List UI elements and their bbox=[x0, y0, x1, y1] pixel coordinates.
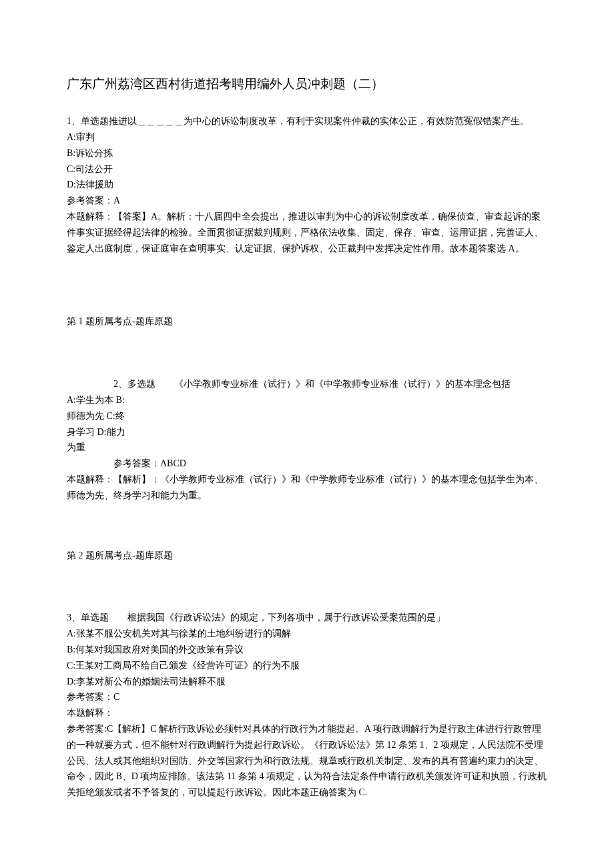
q1-option-d: D:法律援助 bbox=[67, 177, 547, 193]
q3-option-a: A:张某不服公安机关对其与徐某的土地纠纷进行的调解 bbox=[67, 626, 547, 642]
q2-option-c: 身学习 D:能力 bbox=[67, 424, 547, 440]
q3-explanation-label: 本题解释： bbox=[67, 705, 547, 721]
q1-option-a: A:审判 bbox=[67, 129, 547, 145]
q2-answer: 参考答案：ABCD bbox=[67, 456, 547, 472]
q2-option-a: A:学生为本 B: bbox=[67, 392, 547, 408]
question-1: 1、单选题推进以＿＿＿＿＿为中心的诉讼制度改革，有利于实现案件仲裁的实体公正，有… bbox=[67, 113, 547, 256]
q3-answer: 参考答案：C bbox=[67, 689, 547, 705]
q3-option-d: D:李某对新公布的婚姻法司法解释不服 bbox=[67, 674, 547, 690]
question-2: 2、多选题 《小学教师专业标准（试行）》和《中学教师专业标准（试行）》的基本理念… bbox=[67, 376, 547, 503]
q1-answer: 参考答案：A bbox=[67, 193, 547, 209]
q2-option-d: 为重 bbox=[67, 440, 547, 456]
q1-stem: 1、单选题推进以＿＿＿＿＿为中心的诉讼制度改革，有利于实现案件仲裁的实体公正，有… bbox=[67, 113, 547, 129]
q1-explanation: 本题解释：【答案】A。解析：十八届四中全会提出，推进以审判为中心的诉讼制度改革，… bbox=[67, 209, 547, 256]
q3-stem: 3、单选题 根据我国《行政诉讼法》的规定，下列各项中，属于行政诉讼受案范围的是」 bbox=[67, 610, 547, 626]
q2-option-b: 师德为先 C:终 bbox=[67, 408, 547, 424]
q3-explanation: 参考答案:C【解析】C 解析行政诉讼必须针对具体的行政行为才能提起。A 项行政调… bbox=[67, 721, 547, 801]
question-3: 3、单选题 根据我国《行政诉讼法》的规定，下列各项中，属于行政诉讼受案范围的是」… bbox=[67, 610, 547, 801]
q1-option-c: C:司法公开 bbox=[67, 161, 547, 177]
q1-option-b: B:诉讼分拣 bbox=[67, 145, 547, 161]
q3-option-b: B:何某对我国政府对美国的外交政策有异议 bbox=[67, 642, 547, 658]
page-title: 广东广州荔湾区西村街道招考聘用编外人员冲刺题（二） bbox=[67, 73, 547, 95]
q2-footer: 第 2 题所属考点-题库原题 bbox=[67, 548, 547, 564]
q1-footer: 第 1 题所属考点-题库原题 bbox=[67, 314, 547, 330]
q3-option-c: C:王某对工商局不给自己颁发《经营许可证》的行为不服 bbox=[67, 658, 547, 674]
q2-stem: 2、多选题 《小学教师专业标准（试行）》和《中学教师专业标准（试行）》的基本理念… bbox=[67, 376, 547, 392]
q2-explanation: 本题解释：【解析】：《小学教师专业标准（试行）》和《中学教师专业标准（试行）》的… bbox=[67, 472, 547, 504]
